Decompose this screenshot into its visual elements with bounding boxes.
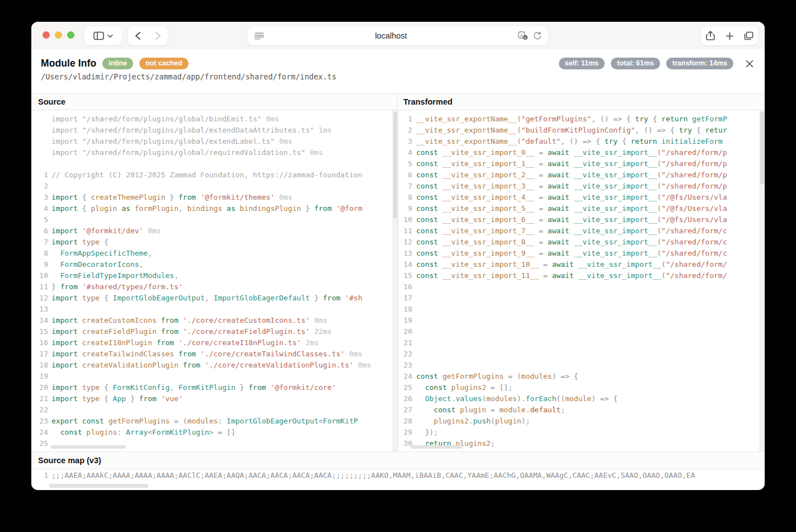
code-line: 3import { createThemePlugin } from '@for… — [31, 192, 398, 203]
line-number: 3 — [31, 192, 51, 203]
new-tab-icon[interactable] — [720, 26, 739, 45]
code-line: 5 — [31, 214, 398, 225]
code-line: 28 plugins2.push(plugin); — [398, 416, 765, 427]
code-line-content: import { plugin as formPlugin, bindings … — [51, 203, 398, 214]
code-token: { — [648, 115, 661, 123]
transformed-horizontal-scrollbar-thumb[interactable] — [411, 445, 463, 449]
share-icon[interactable] — [701, 26, 720, 45]
code-line: 12import type { ImportGlobEagerOutput, I… — [31, 293, 398, 304]
code-line-content: import { createThemePlugin } from '@form… — [51, 192, 398, 203]
code-token: import — [51, 350, 78, 358]
minimize-window-button[interactable] — [55, 31, 62, 39]
code-token: __vite_ssr_import__ — [569, 249, 657, 257]
code-line-content: import createTailwindClasses from './cor… — [51, 349, 398, 360]
line-number: 20 — [398, 326, 416, 337]
code-line-content: FormDecoratorIcons, — [51, 259, 398, 270]
code-token: bindingsPlugin — [235, 204, 301, 213]
source-horizontal-scrollbar-thumb[interactable] — [50, 445, 126, 449]
close-window-button[interactable] — [43, 31, 50, 39]
code-token: App — [113, 394, 126, 403]
code-line-content — [416, 293, 765, 304]
code-token: createI18nPlugin — [78, 338, 152, 347]
line-number: 14 — [398, 259, 416, 270]
source-vertical-scrollbar-thumb[interactable] — [393, 112, 397, 218]
code-token: = ( — [169, 417, 187, 425]
code-token: __vite_ssr_import__ — [569, 193, 657, 201]
line-number — [31, 136, 51, 147]
line-number: 24 — [31, 427, 51, 438]
chevron-down-icon — [107, 34, 113, 38]
code-token: '#shared/types/form.ts' — [78, 283, 183, 291]
code-line: 16 — [398, 281, 765, 293]
code-token: , — [148, 249, 152, 257]
code-token: import "/shared/form/plugins/global/requ… — [51, 148, 305, 157]
transformed-panel-title: Transformed — [398, 94, 765, 110]
sourcemap-horizontal-scrollbar-thumb[interactable] — [49, 484, 148, 488]
code-token: from — [157, 327, 178, 336]
code-token: __vite_ssr_import_11__ — [438, 271, 539, 280]
code-token: . — [526, 406, 530, 414]
zoom-window-button[interactable] — [67, 31, 74, 39]
code-token: ( — [491, 417, 495, 425]
code-line-content: Object.values(modules).forEach((module) … — [416, 393, 765, 404]
code-token: await — [548, 159, 569, 168]
code-line-content: const __vite_ssr_import_2__ = await __vi… — [416, 170, 765, 181]
code-line-content: // Copyright (C) 2012-2025 Zammad Founda… — [51, 170, 398, 181]
line-number: 22 — [31, 404, 51, 416]
transformed-vertical-scrollbar-thumb[interactable] — [760, 112, 764, 185]
code-line-content — [51, 181, 398, 192]
code-line: 18import createValidationPlugin from './… — [31, 360, 398, 371]
line-number: 2 — [398, 125, 416, 136]
code-token: const — [416, 249, 438, 257]
code-token: Object — [416, 394, 451, 403]
code-token: , — [139, 260, 144, 269]
code-token: '@form — [332, 204, 362, 213]
code-token: 0ms — [354, 361, 371, 369]
code-line: 10const __vite_ssr_import_6__ = await __… — [398, 214, 765, 225]
code-line: 7const __vite_ssr_import_3__ = await __v… — [398, 181, 765, 192]
code-line: 7import type { — [31, 237, 398, 248]
line-number: 15 — [31, 326, 51, 337]
reader-mode-icon[interactable] — [255, 32, 264, 40]
line-number: 16 — [31, 337, 51, 349]
code-line-content — [416, 315, 765, 326]
code-token: __vite_ssr_import_1__ — [438, 159, 534, 168]
reload-icon[interactable] — [533, 31, 541, 40]
code-line-content: __vite_ssr_exportName__("getFormPlugins"… — [416, 114, 765, 125]
close-panel-button[interactable] — [744, 58, 755, 69]
inline-badge: inline — [102, 58, 133, 69]
sourcemap-line-number: 1 — [31, 469, 51, 482]
tab-overview-icon[interactable] — [739, 26, 758, 45]
code-line-content: const __vite_ssr_import_4__ = await __vi… — [416, 192, 765, 203]
code-token: } — [51, 283, 60, 291]
code-token: await — [548, 204, 569, 213]
code-token: { — [100, 294, 112, 302]
sidebar-toggle[interactable] — [84, 26, 122, 45]
code-line-content: const __vite_ssr_import_6__ = await __vi… — [416, 214, 765, 225]
code-token: from — [314, 204, 332, 213]
code-token: : — [117, 428, 126, 436]
code-token: './core/createFieldPlugin.ts' — [178, 327, 310, 336]
code-token: plugin — [91, 204, 117, 213]
code-token: = — [486, 406, 499, 414]
code-token: Array — [126, 428, 148, 436]
code-token: import "/shared/form/plugins/global/bind… — [51, 115, 262, 123]
code-line: 23export const getFormPlugins = (modules… — [31, 416, 398, 427]
code-token: import — [51, 193, 78, 201]
code-token: = ( — [504, 372, 521, 380]
forward-button[interactable] — [148, 26, 168, 45]
line-number: 25 — [398, 382, 416, 393]
code-token: __vite_ssr_exportName__ — [416, 137, 517, 145]
address-bar[interactable]: localhost Ax — [248, 26, 548, 45]
line-number: 4 — [31, 203, 51, 214]
translate-icon[interactable]: Ax — [518, 31, 528, 40]
code-token: FormFieldTypeImportModules — [51, 271, 174, 280]
code-token: import — [51, 204, 78, 213]
code-token: plugins2 — [447, 383, 486, 392]
line-number: 5 — [31, 214, 51, 225]
code-token: import — [51, 227, 78, 235]
back-button[interactable] — [128, 26, 148, 45]
code-token: = — [534, 182, 547, 190]
line-number: 4 — [398, 147, 416, 158]
titlebar-actions — [701, 26, 758, 45]
